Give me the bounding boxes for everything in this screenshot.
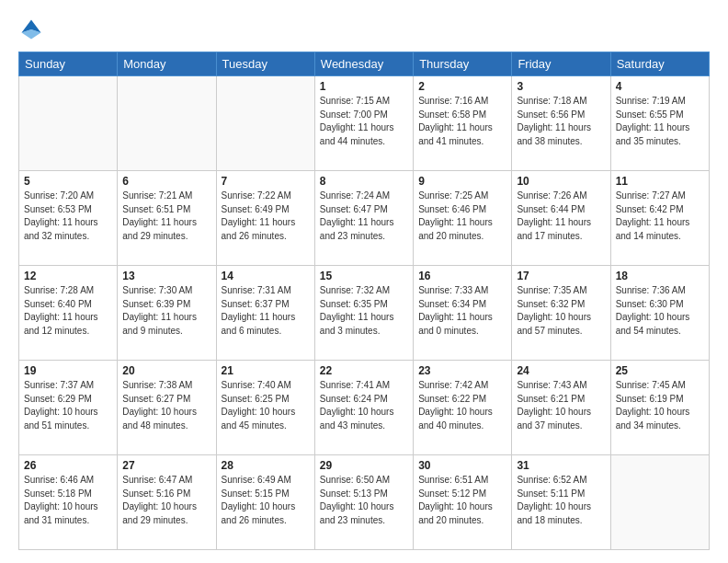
day-number: 8 <box>320 175 408 188</box>
day-number: 13 <box>122 270 210 282</box>
calendar-cell: 13Sunrise: 7:30 AM Sunset: 6:39 PM Dayli… <box>118 266 216 361</box>
day-info: Sunrise: 7:45 AM Sunset: 6:19 PM Dayligh… <box>616 379 704 432</box>
weekday-header-sunday: Sunday <box>19 52 118 76</box>
day-info: Sunrise: 7:24 AM Sunset: 6:47 PM Dayligh… <box>320 190 408 243</box>
calendar-cell: 4Sunrise: 7:19 AM Sunset: 6:55 PM Daylig… <box>610 76 709 171</box>
day-number: 14 <box>222 270 310 282</box>
day-info: Sunrise: 7:16 AM Sunset: 6:58 PM Dayligh… <box>418 95 506 148</box>
weekday-header-saturday: Saturday <box>610 52 709 76</box>
calendar-cell <box>216 76 314 171</box>
calendar-cell: 28Sunrise: 6:49 AM Sunset: 5:15 PM Dayli… <box>216 455 314 550</box>
calendar-cell: 24Sunrise: 7:43 AM Sunset: 6:21 PM Dayli… <box>512 361 610 455</box>
weekday-header-thursday: Thursday <box>414 52 512 76</box>
day-number: 26 <box>24 459 112 472</box>
day-info: Sunrise: 6:50 AM Sunset: 5:13 PM Dayligh… <box>320 474 408 527</box>
calendar-cell: 1Sunrise: 7:15 AM Sunset: 7:00 PM Daylig… <box>314 76 413 171</box>
day-number: 17 <box>517 270 605 282</box>
weekday-header-monday: Monday <box>118 52 216 76</box>
day-number: 31 <box>517 459 605 472</box>
day-info: Sunrise: 6:51 AM Sunset: 5:12 PM Dayligh… <box>418 474 506 527</box>
day-info: Sunrise: 7:21 AM Sunset: 6:51 PM Dayligh… <box>122 190 210 243</box>
day-number: 19 <box>24 364 112 377</box>
calendar-cell <box>610 455 709 550</box>
day-number: 27 <box>122 459 210 472</box>
day-info: Sunrise: 7:42 AM Sunset: 6:22 PM Dayligh… <box>418 379 506 432</box>
day-info: Sunrise: 7:32 AM Sunset: 6:35 PM Dayligh… <box>320 284 408 338</box>
day-info: Sunrise: 7:25 AM Sunset: 6:46 PM Dayligh… <box>418 190 506 243</box>
logo-icon <box>18 17 44 42</box>
calendar-cell <box>19 76 118 171</box>
day-number: 21 <box>222 364 310 377</box>
day-info: Sunrise: 7:26 AM Sunset: 6:44 PM Dayligh… <box>517 190 605 243</box>
calendar-cell: 9Sunrise: 7:25 AM Sunset: 6:46 PM Daylig… <box>414 171 512 266</box>
day-info: Sunrise: 7:36 AM Sunset: 6:30 PM Dayligh… <box>616 284 704 338</box>
day-info: Sunrise: 7:31 AM Sunset: 6:37 PM Dayligh… <box>222 284 310 338</box>
weekday-header-tuesday: Tuesday <box>216 52 314 76</box>
day-number: 23 <box>418 364 506 377</box>
day-number: 24 <box>517 364 605 377</box>
page: SundayMondayTuesdayWednesdayThursdayFrid… <box>0 0 728 563</box>
calendar-cell: 25Sunrise: 7:45 AM Sunset: 6:19 PM Dayli… <box>610 361 709 455</box>
calendar-cell: 29Sunrise: 6:50 AM Sunset: 5:13 PM Dayli… <box>314 455 413 550</box>
day-info: Sunrise: 6:47 AM Sunset: 5:16 PM Dayligh… <box>122 474 210 527</box>
day-number: 9 <box>418 175 506 188</box>
day-number: 6 <box>122 175 210 188</box>
calendar-cell: 7Sunrise: 7:22 AM Sunset: 6:49 PM Daylig… <box>216 171 314 266</box>
day-info: Sunrise: 7:30 AM Sunset: 6:39 PM Dayligh… <box>122 284 210 338</box>
day-info: Sunrise: 7:33 AM Sunset: 6:34 PM Dayligh… <box>418 284 506 338</box>
day-number: 28 <box>222 459 310 472</box>
day-info: Sunrise: 7:38 AM Sunset: 6:27 PM Dayligh… <box>122 379 210 432</box>
calendar-cell: 14Sunrise: 7:31 AM Sunset: 6:37 PM Dayli… <box>216 266 314 361</box>
day-info: Sunrise: 7:19 AM Sunset: 6:55 PM Dayligh… <box>616 95 704 148</box>
calendar-cell: 26Sunrise: 6:46 AM Sunset: 5:18 PM Dayli… <box>19 455 118 550</box>
weekday-header-row: SundayMondayTuesdayWednesdayThursdayFrid… <box>19 52 710 76</box>
calendar-cell: 5Sunrise: 7:20 AM Sunset: 6:53 PM Daylig… <box>19 171 118 266</box>
day-number: 16 <box>418 270 506 282</box>
day-info: Sunrise: 7:43 AM Sunset: 6:21 PM Dayligh… <box>517 379 605 432</box>
day-number: 18 <box>616 270 704 282</box>
day-info: Sunrise: 7:15 AM Sunset: 7:00 PM Dayligh… <box>320 95 408 148</box>
day-info: Sunrise: 7:20 AM Sunset: 6:53 PM Dayligh… <box>24 190 112 243</box>
day-number: 5 <box>24 175 112 188</box>
day-info: Sunrise: 7:28 AM Sunset: 6:40 PM Dayligh… <box>24 284 112 338</box>
calendar-week-row: 26Sunrise: 6:46 AM Sunset: 5:18 PM Dayli… <box>19 455 710 550</box>
day-number: 30 <box>418 459 506 472</box>
day-info: Sunrise: 7:41 AM Sunset: 6:24 PM Dayligh… <box>320 379 408 432</box>
calendar-cell: 18Sunrise: 7:36 AM Sunset: 6:30 PM Dayli… <box>610 266 709 361</box>
day-info: Sunrise: 6:46 AM Sunset: 5:18 PM Dayligh… <box>24 474 112 527</box>
day-number: 20 <box>122 364 210 377</box>
day-number: 4 <box>616 80 704 93</box>
calendar-cell <box>118 76 216 171</box>
calendar-cell: 22Sunrise: 7:41 AM Sunset: 6:24 PM Dayli… <box>314 361 413 455</box>
calendar-week-row: 12Sunrise: 7:28 AM Sunset: 6:40 PM Dayli… <box>19 266 710 361</box>
calendar-cell: 27Sunrise: 6:47 AM Sunset: 5:16 PM Dayli… <box>118 455 216 550</box>
calendar-cell: 21Sunrise: 7:40 AM Sunset: 6:25 PM Dayli… <box>216 361 314 455</box>
day-number: 25 <box>616 364 704 377</box>
day-info: Sunrise: 7:27 AM Sunset: 6:42 PM Dayligh… <box>616 190 704 243</box>
day-info: Sunrise: 7:40 AM Sunset: 6:25 PM Dayligh… <box>222 379 310 432</box>
calendar-cell: 3Sunrise: 7:18 AM Sunset: 6:56 PM Daylig… <box>512 76 610 171</box>
day-number: 10 <box>517 175 605 188</box>
day-number: 7 <box>222 175 310 188</box>
day-info: Sunrise: 6:49 AM Sunset: 5:15 PM Dayligh… <box>222 474 310 527</box>
logo <box>18 17 48 42</box>
calendar-cell: 20Sunrise: 7:38 AM Sunset: 6:27 PM Dayli… <box>118 361 216 455</box>
calendar-table: SundayMondayTuesdayWednesdayThursdayFrid… <box>18 52 710 550</box>
calendar-cell: 8Sunrise: 7:24 AM Sunset: 6:47 PM Daylig… <box>314 171 413 266</box>
calendar-cell: 2Sunrise: 7:16 AM Sunset: 6:58 PM Daylig… <box>414 76 512 171</box>
day-number: 22 <box>320 364 408 377</box>
calendar-week-row: 1Sunrise: 7:15 AM Sunset: 7:00 PM Daylig… <box>19 76 710 171</box>
calendar-cell: 6Sunrise: 7:21 AM Sunset: 6:51 PM Daylig… <box>118 171 216 266</box>
day-number: 29 <box>320 459 408 472</box>
calendar-week-row: 19Sunrise: 7:37 AM Sunset: 6:29 PM Dayli… <box>19 361 710 455</box>
day-number: 2 <box>418 80 506 93</box>
calendar-cell: 30Sunrise: 6:51 AM Sunset: 5:12 PM Dayli… <box>414 455 512 550</box>
day-info: Sunrise: 7:22 AM Sunset: 6:49 PM Dayligh… <box>222 190 310 243</box>
weekday-header-wednesday: Wednesday <box>314 52 413 76</box>
calendar-cell: 16Sunrise: 7:33 AM Sunset: 6:34 PM Dayli… <box>414 266 512 361</box>
calendar-cell: 23Sunrise: 7:42 AM Sunset: 6:22 PM Dayli… <box>414 361 512 455</box>
calendar-cell: 10Sunrise: 7:26 AM Sunset: 6:44 PM Dayli… <box>512 171 610 266</box>
header <box>18 17 710 42</box>
calendar-cell: 15Sunrise: 7:32 AM Sunset: 6:35 PM Dayli… <box>314 266 413 361</box>
day-number: 3 <box>517 80 605 93</box>
